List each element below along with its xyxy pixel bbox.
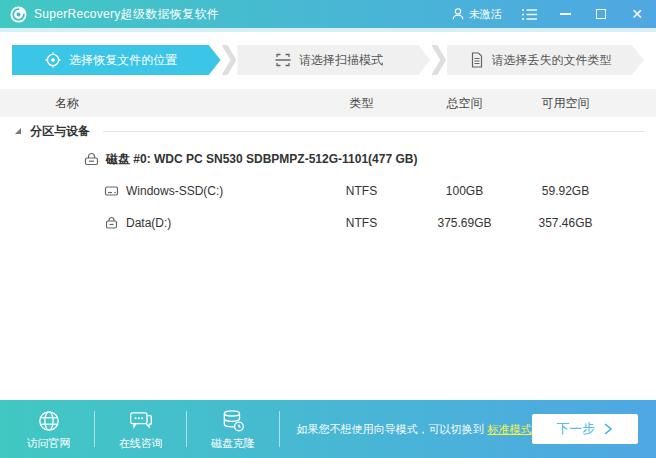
chevron-right-icon	[431, 45, 446, 75]
app-logo-icon	[10, 6, 27, 23]
disk-clone-button[interactable]: 磁盘克隆	[190, 408, 275, 451]
step-select-file-types[interactable]: 请选择丢失的文件类型	[447, 45, 644, 75]
online-support-button[interactable]: 在线咨询	[98, 408, 183, 451]
chat-icon	[128, 408, 154, 434]
partition-icon	[104, 216, 119, 230]
partition-name: Data(D:)	[126, 216, 171, 230]
step-select-scan-mode[interactable]: 请选择扫描模式	[237, 45, 430, 75]
titlebar: SuperRecovery超级数据恢复软件 未激活 ✕	[0, 0, 656, 28]
maximize-icon	[596, 9, 606, 19]
user-icon	[451, 7, 465, 21]
hard-disk-icon	[84, 152, 99, 166]
table-row-partition-d[interactable]: Data(D:) NTFS 375.69GB 357.46GB	[0, 212, 656, 234]
partition-name: Windows-SSD(C:)	[126, 184, 223, 198]
group-label: 分区与设备	[30, 123, 90, 140]
collapse-triangle-icon[interactable]	[15, 128, 21, 134]
footer-link-label: 访问官网	[27, 436, 71, 451]
activation-label: 未激活	[469, 7, 502, 22]
partition-type: NTFS	[310, 184, 413, 198]
group-partitions-devices: 分区与设备	[15, 121, 644, 141]
titlebar-accent-strip	[0, 28, 656, 32]
step-label: 请选择扫描模式	[299, 52, 383, 69]
column-header-total[interactable]: 总空间	[413, 95, 516, 112]
app-window: SuperRecovery超级数据恢复软件 未激活 ✕	[0, 0, 656, 458]
app-title: SuperRecovery超级数据恢复软件	[34, 6, 219, 23]
wizard-steps: 选择恢复文件的位置 请选择扫描模式	[12, 45, 644, 75]
chevron-right-icon	[603, 423, 613, 435]
footer-link-label: 在线咨询	[119, 436, 163, 451]
partition-total: 100GB	[413, 184, 516, 198]
disk-clone-icon	[220, 408, 246, 434]
disk-name: 磁盘 #0: WDC PC SN530 SDBPMPZ-512G-1101(47…	[106, 151, 417, 168]
footer-divider	[94, 411, 95, 447]
partition-free: 59.92GB	[516, 184, 615, 198]
table-row-partition-c[interactable]: Windows-SSD(C:) NTFS 100GB 59.92GB	[0, 180, 656, 202]
document-icon	[470, 52, 484, 68]
chevron-right-icon	[222, 45, 237, 75]
next-button-label: 下一步	[556, 420, 595, 438]
minimize-button[interactable]	[556, 5, 574, 23]
group-divider	[103, 131, 644, 132]
maximize-button[interactable]	[592, 5, 610, 23]
visit-website-button[interactable]: 访问官网	[6, 408, 91, 451]
partition-total: 375.69GB	[413, 216, 516, 230]
column-header-free[interactable]: 可用空间	[516, 95, 615, 112]
footer-bar: 访问官网 在线咨询	[0, 400, 656, 458]
footer-divider	[186, 411, 187, 447]
step-label: 选择恢复文件的位置	[69, 52, 177, 69]
next-step-button[interactable]: 下一步	[532, 414, 639, 444]
standard-mode-link[interactable]: 标准模式	[488, 423, 532, 435]
column-header-type[interactable]: 类型	[310, 95, 413, 112]
footer-divider	[279, 411, 280, 447]
close-button[interactable]: ✕	[628, 5, 646, 23]
table-row-disk0[interactable]: 磁盘 #0: WDC PC SN530 SDBPMPZ-512G-1101(47…	[0, 148, 656, 170]
globe-icon	[36, 408, 62, 434]
step-select-location[interactable]: 选择恢复文件的位置	[12, 45, 221, 75]
partition-free: 357.46GB	[516, 216, 615, 230]
table-header: 名称 类型 总空间 可用空间	[0, 89, 656, 117]
hint-text: 如果您不想使用向导模式，可以切换到	[297, 423, 484, 435]
mode-switch-hint: 如果您不想使用向导模式，可以切换到标准模式	[297, 422, 532, 437]
activation-status[interactable]: 未激活	[451, 7, 502, 22]
close-icon: ✕	[631, 7, 643, 21]
partition-icon	[104, 184, 119, 198]
menu-icon[interactable]	[520, 5, 538, 23]
step-label: 请选择丢失的文件类型	[492, 52, 612, 69]
scan-icon	[275, 53, 291, 67]
target-icon	[45, 52, 61, 68]
column-header-name[interactable]: 名称	[0, 95, 310, 112]
partition-type: NTFS	[310, 216, 413, 230]
minimize-icon	[560, 13, 571, 15]
footer-link-label: 磁盘克隆	[211, 436, 255, 451]
